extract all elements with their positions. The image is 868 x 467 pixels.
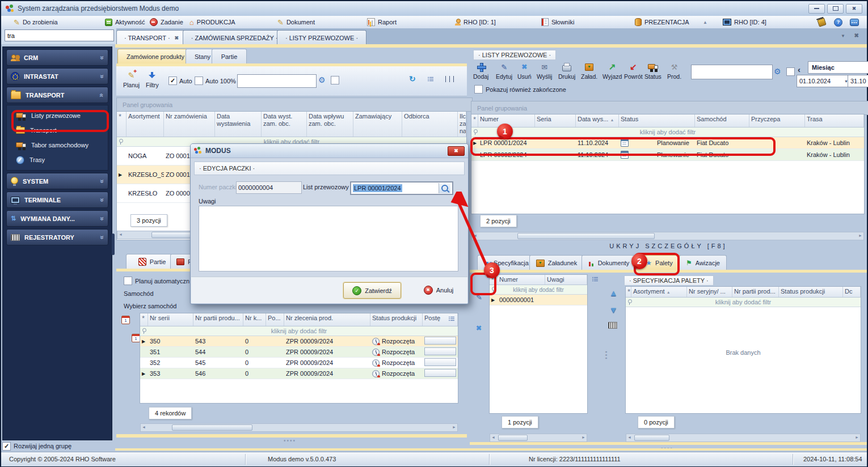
- menu-item-rho-4[interactable]: RHO [ID: 4]: [723, 16, 766, 28]
- filtry-button[interactable]: Filtry: [146, 70, 159, 88]
- sidebar-group-system[interactable]: SYSTEM«: [6, 173, 108, 189]
- table-row-selected[interactable]: ▶ LPR 00001/2024 11.10.2024 Planowanie F…: [471, 137, 864, 149]
- shipping-search-checkbox[interactable]: [786, 67, 795, 76]
- shipping-group-panel[interactable]: Panel grupowania: [471, 101, 868, 115]
- menu-item-slowniki[interactable]: Słowniki: [541, 16, 574, 28]
- column-header[interactable]: Nr zamówienia: [164, 112, 215, 137]
- column-header[interactable]: Nr partii produ...: [193, 313, 243, 326]
- pallets-hscrollbar[interactable]: [490, 434, 587, 442]
- period-range-select[interactable]: Miesiąc: [808, 61, 868, 74]
- tab-strip-close-icon[interactable]: ✖: [854, 32, 859, 39]
- shipping-hscrollbar[interactable]: [471, 232, 864, 240]
- scrollbar-thumb[interactable]: [517, 233, 655, 239]
- wyslij-button[interactable]: ✉Wyślij: [537, 61, 552, 80]
- move-down-icon[interactable]: ▼: [609, 305, 618, 315]
- pallets-filter-row[interactable]: kliknij aby dodać filtr: [490, 285, 587, 295]
- usun-button[interactable]: ✖Usuń: [517, 61, 532, 80]
- tab-dokumenty[interactable]: Dokumenty: [582, 255, 636, 270]
- list-view-icon[interactable]: [592, 277, 598, 282]
- dialog-close-button[interactable]: ✖: [448, 146, 465, 156]
- dodaj-button[interactable]: Dodaj: [473, 61, 488, 80]
- select-all-corner[interactable]: *: [117, 112, 127, 137]
- orders-search-input[interactable]: [237, 74, 317, 88]
- sidebar-item-transport[interactable]: Transport: [7, 123, 108, 138]
- pallet-spec-hscrollbar[interactable]: [626, 434, 861, 442]
- refresh-icon[interactable]: ↻: [409, 74, 416, 83]
- delete-pallet-button[interactable]: ✖: [476, 324, 482, 332]
- column-header[interactable]: Data wpływu zam. obc.: [307, 112, 353, 137]
- prod-button[interactable]: ⚒Prod.: [667, 61, 681, 80]
- menu-item-do-zrobienia[interactable]: ✎Do zrobienia: [14, 16, 58, 28]
- column-header[interactable]: Status produkcji: [370, 313, 423, 326]
- sidebar-splitter-handle[interactable]: [112, 234, 115, 255]
- column-header[interactable]: Zamawiający: [353, 112, 402, 137]
- menu-item-raport[interactable]: Raport: [367, 16, 397, 28]
- status-button[interactable]: Status: [644, 61, 661, 80]
- tab-zamowienia-sprzedazy[interactable]: · ZAMÓWIENIA SPRZEDAŻY ·: [183, 30, 286, 45]
- menu-help-icon[interactable]: ?: [834, 16, 842, 28]
- menu-paint-icon[interactable]: [818, 16, 825, 28]
- details-toggle[interactable]: UKRYJ SZCZEGÓŁY [F8]: [470, 243, 867, 249]
- column-header[interactable]: Nr serii: [148, 313, 193, 326]
- quick-search-input[interactable]: [5, 29, 114, 41]
- menu-item-produkcja[interactable]: ⌂PRODUKCJA: [189, 16, 235, 28]
- minimize-button[interactable]: [808, 4, 825, 14]
- column-header[interactable]: Nr partii prod...: [732, 287, 779, 297]
- move-up-icon[interactable]: ▲: [609, 288, 618, 298]
- table-row[interactable]: LPR 00002/2024 11.10.2024 Planowanie Fia…: [471, 149, 864, 161]
- tab-listy-przewozowe[interactable]: · LISTY PRZEWOZOWE ·: [277, 30, 366, 45]
- auto-100-checkbox[interactable]: [195, 77, 203, 85]
- column-header[interactable]: Data wys...▲: [576, 114, 619, 127]
- menu-item-aktywnosc[interactable]: Aktywność: [105, 16, 145, 28]
- expand-one-group-checkbox[interactable]: [2, 442, 11, 451]
- sidebar-item-trasy[interactable]: Trasy: [7, 152, 108, 167]
- tab-awizacje[interactable]: ⚑Awizacje: [679, 255, 727, 270]
- column-width-icon[interactable]: [445, 76, 454, 82]
- sidebar-group-wymiana-danych[interactable]: ⇅WYMIANA DANY...«: [6, 210, 108, 227]
- list-view-icon[interactable]: [448, 316, 454, 322]
- column-header[interactable]: Numer: [498, 275, 545, 285]
- shipping-filter-row[interactable]: kliknij aby dodać filtr: [471, 128, 864, 137]
- menu-collapse-arrow-icon[interactable]: ▲: [703, 16, 707, 28]
- select-all-corner[interactable]: *: [471, 114, 478, 127]
- column-header[interactable]: Po...: [266, 313, 284, 326]
- table-row[interactable]: ▶ 353 546 0 ZPR 00009/2024 Rozpoczęta: [140, 368, 458, 379]
- edit-pallet-button[interactable]: ✎: [476, 294, 482, 301]
- table-row-selected[interactable]: ▶ 0000000001: [490, 295, 587, 305]
- column-header[interactable]: Asortyment▲: [631, 287, 687, 297]
- column-header[interactable]: Seria: [535, 114, 576, 127]
- menu-item-prezentacja[interactable]: PREZENTACJA: [635, 16, 689, 28]
- edytuj-button[interactable]: ✎Edytuj: [496, 61, 512, 80]
- column-header[interactable]: Trasa: [805, 114, 864, 127]
- gear-icon[interactable]: ⚙: [774, 67, 781, 76]
- batches-filter-row[interactable]: kliknij aby dodać filtr: [140, 326, 458, 336]
- zaladunek-button[interactable]: Załad.: [581, 61, 597, 80]
- column-header[interactable]: Nr zlecenia prod.: [284, 313, 370, 326]
- maximize-button[interactable]: [827, 4, 844, 14]
- auto-plan-checkbox[interactable]: [124, 277, 132, 285]
- barcode-icon[interactable]: [608, 322, 617, 329]
- scrollbar-thumb[interactable]: [498, 435, 528, 441]
- column-header[interactable]: Status produkcji: [779, 287, 843, 297]
- sidebar-item-listy-przewozowe[interactable]: Listy przewozowe: [7, 108, 108, 123]
- column-header[interactable]: Nr seryjny/ ...: [687, 287, 732, 297]
- scrollbar-thumb[interactable]: [634, 435, 669, 441]
- column-header[interactable]: Samochód: [695, 114, 749, 127]
- tab-transport[interactable]: · TRANSPORT · ✖: [116, 30, 187, 45]
- tab-partie-top[interactable]: Partie: [212, 49, 247, 64]
- orders-search-checkbox[interactable]: [331, 76, 339, 84]
- sidebar-group-intrastat[interactable]: INTRASTAT«: [6, 68, 108, 84]
- menu-chat-icon[interactable]: •••: [850, 16, 859, 28]
- period-from-date[interactable]: 01.10.2024▼: [797, 75, 851, 87]
- column-header[interactable]: Asortyment: [127, 112, 164, 137]
- calendar-icon[interactable]: [132, 334, 140, 342]
- waybill-field[interactable]: LPR 00001/2024: [350, 181, 453, 195]
- period-back-chevron-icon[interactable]: ‹: [798, 65, 800, 74]
- column-header[interactable]: Uwagi: [545, 275, 587, 285]
- select-all-corner[interactable]: *: [626, 287, 631, 297]
- menu-item-zadanie[interactable]: Zadanie: [150, 16, 183, 28]
- pallet-spec-filter-row[interactable]: kliknij aby dodać filtr: [626, 298, 861, 307]
- column-header[interactable]: Przyczepa: [749, 114, 805, 127]
- column-header[interactable]: Data wystawienia: [215, 112, 262, 137]
- sidebar-item-tabor-samochodowy[interactable]: Tabor samochodowy: [7, 138, 108, 152]
